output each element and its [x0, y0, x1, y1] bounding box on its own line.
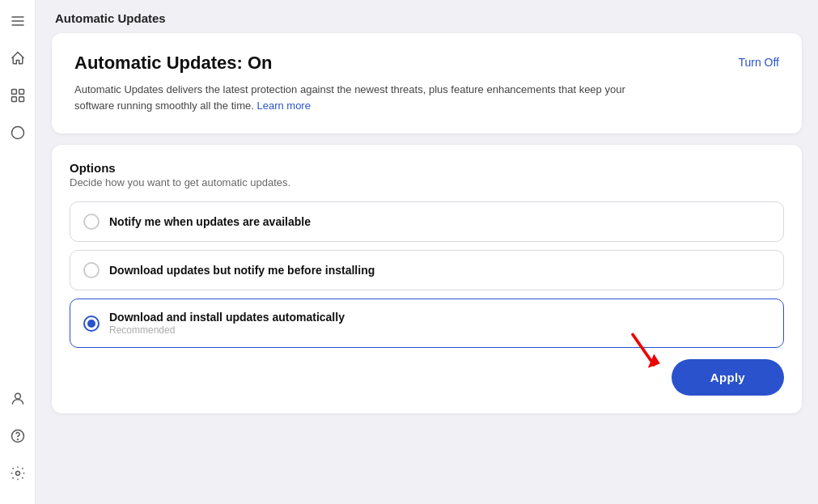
svg-point-7 — [11, 127, 23, 139]
content-area: Automatic Updates: On Automatic Updates … — [36, 33, 818, 430]
options-subtitle: Decide how you want to get automatic upd… — [70, 176, 784, 188]
radio-download-notify — [83, 262, 100, 278]
home-icon[interactable] — [6, 47, 29, 70]
status-title: Automatic Updates: On — [74, 53, 718, 74]
help-icon[interactable] — [6, 425, 29, 447]
svg-marker-13 — [648, 354, 660, 368]
apps-icon[interactable] — [6, 84, 29, 107]
svg-rect-5 — [11, 97, 16, 102]
options-card: Options Decide how you want to get autom… — [52, 145, 802, 413]
status-description: Automatic Updates delivers the latest pr… — [74, 82, 657, 114]
status-card: Automatic Updates: On Automatic Updates … — [52, 33, 802, 133]
option-notify[interactable]: Notify me when updates are available — [70, 201, 784, 242]
apply-area: Apply — [70, 359, 784, 396]
page-title: Automatic Updates — [55, 11, 166, 25]
main-content: Automatic Updates Automatic Updates: On … — [36, 0, 818, 504]
option-auto-install[interactable]: Download and install updates automatical… — [70, 299, 784, 348]
radio-auto-install — [83, 316, 100, 332]
svg-point-8 — [15, 393, 20, 399]
option-download-notify[interactable]: Download updates but notify me before in… — [70, 250, 784, 290]
option-download-notify-label: Download updates but notify me before in… — [109, 264, 375, 277]
radio-notify — [83, 214, 100, 230]
learn-more-link[interactable]: Learn more — [256, 100, 310, 112]
topbar: Automatic Updates — [36, 0, 818, 33]
user-icon[interactable] — [6, 388, 29, 410]
status-card-left: Automatic Updates: On Automatic Updates … — [74, 53, 718, 114]
svg-point-10 — [17, 439, 18, 440]
menu-icon[interactable] — [6, 10, 29, 32]
sidebar — [0, 0, 36, 504]
apply-button[interactable]: Apply — [672, 359, 784, 396]
turn-off-button[interactable]: Turn Off — [738, 56, 779, 69]
svg-rect-6 — [19, 97, 23, 102]
circle-icon[interactable] — [6, 121, 29, 144]
svg-point-11 — [15, 472, 19, 476]
settings-icon[interactable] — [6, 462, 29, 485]
svg-rect-4 — [19, 90, 23, 95]
svg-rect-3 — [11, 90, 16, 95]
option-notify-label: Notify me when updates are available — [109, 215, 311, 228]
option-auto-install-sublabel: Recommended — [109, 324, 345, 336]
options-title: Options — [70, 161, 784, 175]
option-auto-install-label: Download and install updates automatical… — [109, 311, 345, 324]
